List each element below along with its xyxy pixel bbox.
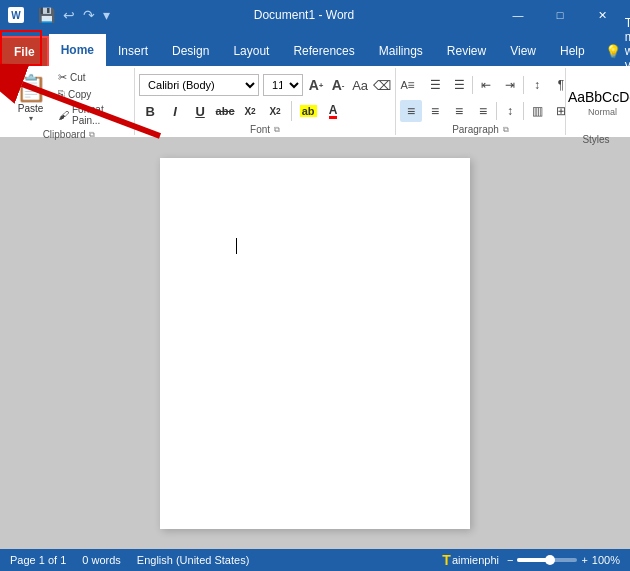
- font-row1: Calibri (Body) 11 A+ A- Aa ⌫ A: [139, 74, 413, 96]
- status-zoom: Taimienphi − + 100%: [442, 552, 620, 568]
- styles-group: AaBbCcDd Normal AaB ↑ No Sp… ▲ ▼ ⊡ Style…: [566, 68, 626, 135]
- paragraph-group: ≡ ☰ ☰ ⇤ ⇥ ↕ ¶ ≡ ≡ ≡ ≡ ↕ ▥ ⊞: [396, 68, 566, 135]
- style-normal[interactable]: AaBbCcDd Normal: [570, 75, 630, 131]
- zoom-percent: 100%: [592, 554, 620, 566]
- format-paint-group: ✂ Cut ⎘ Copy 🖌 Format Pain...: [55, 70, 130, 127]
- window-controls[interactable]: — □ ✕: [498, 5, 622, 25]
- font-family-select[interactable]: Calibri (Body): [139, 74, 259, 96]
- save-button[interactable]: 💾: [38, 7, 55, 23]
- zoom-slider[interactable]: [517, 558, 577, 562]
- tab-mailings[interactable]: Mailings: [367, 36, 435, 66]
- font-row2: B I U abc X2 X2 ab A: [139, 100, 344, 122]
- copy-icon: ⎘: [58, 88, 65, 100]
- tab-view[interactable]: View: [498, 36, 548, 66]
- clipboard-group: 📋 Paste ▾ ✂ Cut ⎘ Copy 🖌 Format Pain...: [4, 68, 135, 135]
- clipboard-expand-icon[interactable]: ⧉: [89, 130, 95, 140]
- watermark: Taimienphi: [442, 552, 499, 568]
- divider: [472, 76, 473, 94]
- format-painter-button[interactable]: 🖌 Format Pain...: [55, 103, 130, 127]
- bold-button[interactable]: B: [139, 100, 161, 122]
- lightbulb-icon: 💡: [605, 44, 621, 59]
- ribbon-tabs: File Home Insert Design Layout Reference…: [0, 30, 630, 66]
- tab-layout[interactable]: Layout: [221, 36, 281, 66]
- tab-help[interactable]: Help: [548, 36, 597, 66]
- clear-format-button[interactable]: ⌫: [373, 76, 391, 94]
- clipboard-content: 📋 Paste ▾ ✂ Cut ⎘ Copy 🖌 Format Pain...: [8, 70, 130, 127]
- tab-design[interactable]: Design: [160, 36, 221, 66]
- paste-dropdown-icon[interactable]: ▾: [29, 114, 33, 123]
- zoom-out-button[interactable]: −: [507, 554, 513, 566]
- text-highlight-button[interactable]: ab: [297, 100, 319, 122]
- tab-references[interactable]: References: [281, 36, 366, 66]
- subscript-button[interactable]: X2: [239, 100, 261, 122]
- copy-button[interactable]: ⎘ Copy: [55, 87, 130, 101]
- font-color-button[interactable]: A: [322, 100, 344, 122]
- change-case-button[interactable]: Aa: [351, 76, 369, 94]
- document-area: [0, 138, 630, 549]
- language: English (United States): [137, 554, 250, 566]
- document-page[interactable]: [160, 158, 470, 529]
- cut-icon: ✂: [58, 71, 67, 84]
- document-title: Document1 - Word: [110, 8, 498, 22]
- zoom-handle: [545, 555, 555, 565]
- cut-button[interactable]: ✂ Cut: [55, 70, 130, 85]
- bullets-button[interactable]: ≡: [400, 74, 422, 96]
- numbering-button[interactable]: ☰: [424, 74, 446, 96]
- status-info: Page 1 of 1 0 words English (United Stat…: [10, 554, 249, 566]
- clipboard-label: Clipboard ⧉: [8, 127, 130, 140]
- shrink-font-button[interactable]: A-: [329, 76, 347, 94]
- word-count: 0 words: [82, 554, 121, 566]
- title-bar: W 💾 ↩ ↷ ▾ Document1 - Word — □ ✕: [0, 0, 630, 30]
- tab-home[interactable]: Home: [49, 34, 106, 66]
- paragraph-row1: ≡ ☰ ☰ ⇤ ⇥ ↕ ¶: [400, 74, 572, 96]
- strikethrough-button[interactable]: abc: [214, 100, 236, 122]
- page-count: Page 1 of 1: [10, 554, 66, 566]
- justify-button[interactable]: ≡: [472, 100, 494, 122]
- customize-qat[interactable]: ▾: [103, 7, 110, 23]
- multilevel-list-button[interactable]: ☰: [448, 74, 470, 96]
- close-button[interactable]: ✕: [582, 5, 622, 25]
- divider3: [496, 102, 497, 120]
- align-right-button[interactable]: ≡: [448, 100, 470, 122]
- font-expand-icon[interactable]: ⧉: [274, 125, 280, 135]
- tell-me-input[interactable]: 💡 Tell me what you want: [597, 36, 630, 66]
- paste-button[interactable]: 📋 Paste ▾: [8, 71, 53, 127]
- maximize-button[interactable]: □: [540, 5, 580, 25]
- decrease-indent-button[interactable]: ⇤: [475, 74, 497, 96]
- undo-button[interactable]: ↩: [63, 7, 75, 23]
- title-bar-left: W 💾 ↩ ↷ ▾: [8, 7, 110, 23]
- divider4: [523, 102, 524, 120]
- underline-button[interactable]: U: [189, 100, 211, 122]
- format-painter-icon: 🖌: [58, 109, 69, 121]
- tab-review[interactable]: Review: [435, 36, 498, 66]
- shading-button[interactable]: ▥: [526, 100, 548, 122]
- superscript-button[interactable]: X2: [264, 100, 286, 122]
- line-spacing-button[interactable]: ↕: [499, 100, 521, 122]
- divider: [291, 101, 292, 121]
- quick-access-toolbar[interactable]: 💾 ↩ ↷ ▾: [38, 7, 110, 23]
- divider2: [523, 76, 524, 94]
- paragraph-group-label: Paragraph ⧉: [400, 122, 561, 135]
- styles-content: AaBbCcDd Normal AaB ↑ No Sp… ▲ ▼ ⊡: [570, 70, 622, 132]
- italic-button[interactable]: I: [164, 100, 186, 122]
- redo-button[interactable]: ↷: [83, 7, 95, 23]
- paragraph-row2: ≡ ≡ ≡ ≡ ↕ ▥ ⊞: [400, 100, 572, 122]
- tab-file[interactable]: File: [0, 36, 49, 66]
- grow-font-button[interactable]: A+: [307, 76, 325, 94]
- align-left-button[interactable]: ≡: [400, 100, 422, 122]
- tab-insert[interactable]: Insert: [106, 36, 160, 66]
- word-icon: W: [8, 7, 24, 23]
- ribbon-toolbar: 📋 Paste ▾ ✂ Cut ⎘ Copy 🖌 Format Pain...: [0, 66, 630, 138]
- font-content: Calibri (Body) 11 A+ A- Aa ⌫ A B I U abc…: [139, 70, 391, 122]
- zoom-controls: − + 100%: [507, 554, 620, 566]
- paragraph-expand-icon[interactable]: ⧉: [503, 125, 509, 135]
- text-cursor: [236, 238, 237, 254]
- font-size-select[interactable]: 11: [263, 74, 303, 96]
- styles-group-label: Styles: [570, 132, 622, 145]
- minimize-button[interactable]: —: [498, 5, 538, 25]
- font-group: Calibri (Body) 11 A+ A- Aa ⌫ A B I U abc…: [135, 68, 396, 135]
- align-center-button[interactable]: ≡: [424, 100, 446, 122]
- zoom-in-button[interactable]: +: [581, 554, 587, 566]
- increase-indent-button[interactable]: ⇥: [499, 74, 521, 96]
- sort-button[interactable]: ↕: [526, 74, 548, 96]
